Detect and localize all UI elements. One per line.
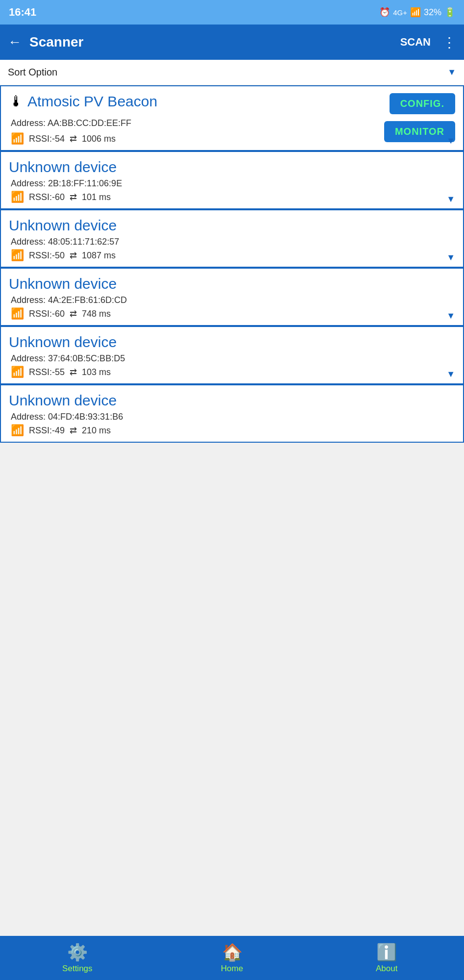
bottom-nav: ⚙️ Settings 🏠 Home ℹ️ About (0, 936, 464, 980)
config-button[interactable]: CONFIG. (390, 93, 455, 114)
rssi-value-atmosic: RSSI:-54 (29, 134, 65, 144)
status-time: 16:41 (9, 6, 36, 19)
arrows-icon-5: ⇄ (70, 425, 77, 436)
home-icon: 🏠 (222, 942, 243, 962)
arrows-icon-4: ⇄ (70, 367, 77, 377)
device-name-5: Unknown device (9, 392, 455, 409)
rssi-value-3: RSSI:-60 (29, 309, 65, 319)
monitor-button[interactable]: MONITOR (384, 121, 455, 142)
rssi-row-1: 📶 RSSI:-60 ⇄ 101 ms (11, 191, 455, 203)
back-button[interactable]: ← (8, 34, 22, 50)
nav-settings-label: Settings (62, 964, 92, 974)
chevron-down-icon-atmosic: ▼ (446, 136, 455, 146)
alarm-icon: ⏰ (379, 7, 390, 18)
device-address-atmosic: Address: AA:BB:CC:DD:EE:FF (11, 118, 131, 128)
sort-option-label: Sort Option (8, 67, 57, 78)
battery-text: 32% (424, 7, 441, 18)
device-card-4: Unknown device Address: 37:64:0B:5C:BB:D… (0, 326, 464, 384)
signal-bars-icon-4: 📶 (11, 366, 24, 378)
device-card-atmosic: 🌡 Atmosic PV Beacon CONFIG. Address: AA:… (0, 85, 464, 151)
battery-icon: 🔋 (444, 7, 455, 18)
rssi-value-5: RSSI:-49 (29, 426, 65, 436)
chevron-down-icon-3: ▼ (446, 311, 455, 321)
rssi-row-5: 📶 RSSI:-49 ⇄ 210 ms (11, 424, 455, 437)
device-card-2: Unknown device Address: 48:05:11:71:62:5… (0, 209, 464, 268)
status-icons: ⏰ 4G+ 📶 32% 🔋 (379, 7, 455, 18)
signal-bars-icon-5: 📶 (11, 424, 24, 437)
rssi-value-4: RSSI:-55 (29, 367, 65, 377)
nav-home-label: Home (221, 964, 243, 974)
interval-4: 103 ms (82, 367, 111, 377)
nav-settings[interactable]: ⚙️ Settings (0, 942, 155, 974)
interval-1: 101 ms (82, 192, 111, 202)
device-address-5: Address: 04:FD:4B:93:31:B6 (11, 412, 455, 422)
device-name-2: Unknown device (9, 217, 455, 234)
chevron-down-icon-2: ▼ (446, 252, 455, 263)
sort-option-row[interactable]: Sort Option ▼ (0, 60, 464, 85)
interval-5: 210 ms (82, 426, 111, 436)
rssi-row-2: 📶 RSSI:-50 ⇄ 1087 ms (11, 249, 455, 262)
rssi-row-3: 📶 RSSI:-60 ⇄ 748 ms (11, 307, 455, 320)
menu-button[interactable]: ⋮ (442, 34, 456, 50)
arrows-icon-atmosic: ⇄ (70, 133, 77, 144)
nav-about-label: About (376, 964, 397, 974)
device-name-4: Unknown device (9, 334, 455, 351)
device-name-1: Unknown device (9, 159, 455, 176)
network-icon: 4G+ (393, 8, 407, 17)
signal-bars-icon-1: 📶 (11, 191, 24, 203)
signal-bars-icon: 📶 (11, 132, 24, 145)
interval-2: 1087 ms (82, 251, 116, 261)
signal-bars-icon-3: 📶 (11, 307, 24, 320)
interval-3: 748 ms (82, 309, 111, 319)
device-address-4: Address: 37:64:0B:5C:BB:D5 (11, 353, 455, 364)
device-address-2: Address: 48:05:11:71:62:57 (11, 237, 455, 247)
interval-atmosic: 1006 ms (82, 134, 116, 144)
app-bar-title: Scanner (29, 34, 392, 50)
thermometer-icon: 🌡 (9, 93, 24, 110)
app-bar: ← Scanner SCAN ⋮ (0, 25, 464, 60)
signal-icon: 📶 (410, 7, 421, 18)
scan-button[interactable]: SCAN (400, 36, 431, 49)
rssi-value-1: RSSI:-60 (29, 192, 65, 202)
device-card-5: Unknown device Address: 04:FD:4B:93:31:B… (0, 384, 464, 443)
nav-home[interactable]: 🏠 Home (155, 942, 310, 974)
device-address-1: Address: 2B:18:FF:11:06:9E (11, 178, 455, 189)
status-bar: 16:41 ⏰ 4G+ 📶 32% 🔋 (0, 0, 464, 25)
arrows-icon-3: ⇄ (70, 308, 77, 319)
arrows-icon-1: ⇄ (70, 192, 77, 202)
device-address-3: Address: 4A:2E:FB:61:6D:CD (11, 295, 455, 305)
sort-arrow-icon: ▼ (447, 67, 456, 77)
device-name-atmosic: Atmosic PV Beacon (27, 93, 157, 110)
settings-icon: ⚙️ (67, 942, 88, 962)
rssi-row-atmosic: 📶 RSSI:-54 ⇄ 1006 ms (11, 132, 131, 145)
nav-about[interactable]: ℹ️ About (309, 942, 464, 974)
arrows-icon-2: ⇄ (70, 250, 77, 261)
device-card-1: Unknown device Address: 2B:18:FF:11:06:9… (0, 151, 464, 209)
chevron-down-icon-1: ▼ (446, 194, 455, 204)
device-card-3: Unknown device Address: 4A:2E:FB:61:6D:C… (0, 268, 464, 326)
rssi-value-2: RSSI:-50 (29, 251, 65, 261)
rssi-row-4: 📶 RSSI:-55 ⇄ 103 ms (11, 366, 455, 378)
info-icon: ℹ️ (376, 942, 397, 962)
chevron-down-icon-4: ▼ (446, 369, 455, 379)
device-name-3: Unknown device (9, 276, 455, 292)
signal-bars-icon-2: 📶 (11, 249, 24, 262)
